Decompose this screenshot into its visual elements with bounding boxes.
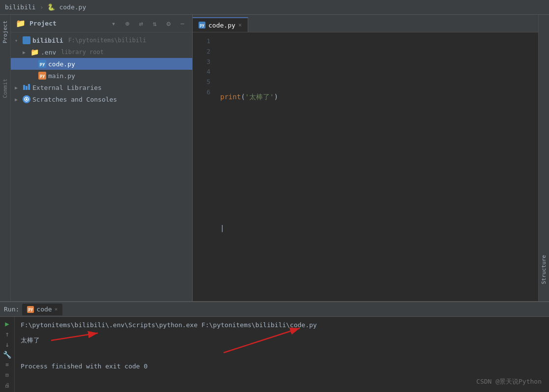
terminal-blank-line <box>21 350 543 361</box>
bottom-content: ▶ ↑ ↓ 🔧 ≡ ⊟ 🖨 F:\pytonitems\bilibili\.en… <box>0 317 549 392</box>
project-folder-icon: 📁 <box>16 19 26 28</box>
tree-arrow-env: ▶ <box>23 50 29 55</box>
project-panel: 📁 Project ▾ ⊕ ⇄ ⇅ ⚙ − ▾ bilibili F:\pyto… <box>11 15 193 301</box>
title-separator: › <box>40 3 44 11</box>
title-breadcrumb-1: bilibili <box>5 3 36 11</box>
list-icon[interactable]: ≡ <box>1 360 13 369</box>
tree-path-bilibili: F:\pytonitems\bilibili <box>68 37 146 44</box>
project-vtab[interactable]: Project <box>1 19 9 45</box>
scroll-down-button[interactable]: ↓ <box>1 339 13 349</box>
line-numbers: 1 2 3 4 5 6 <box>193 32 212 301</box>
bottom-tab-icon: py <box>27 306 34 313</box>
bottom-panel: Run: py code × ▶ ↑ ↓ 🔧 ≡ ⊟ 🖨 F:\pytonite… <box>0 301 549 392</box>
wrench-button[interactable]: 🔧 <box>1 350 13 359</box>
project-dropdown-arrow[interactable]: ▾ <box>109 19 118 28</box>
layout-icon[interactable]: ⇄ <box>136 19 146 28</box>
scroll-up-button[interactable]: ↑ <box>1 329 13 338</box>
bottom-sidebar-buttons: ▶ ↑ ↓ 🔧 ≡ ⊟ 🖨 <box>0 317 15 392</box>
terminal-chinese-text: 太棒了 <box>21 335 40 346</box>
main-py-icon: py <box>38 72 46 80</box>
bottom-tab-close[interactable]: × <box>55 306 58 312</box>
code-line-6 <box>220 223 538 233</box>
tab-py-icon: py <box>199 22 205 28</box>
svg-rect-1 <box>26 86 28 90</box>
editor-content[interactable]: 1 2 3 4 5 6 print('太棒了') <box>193 32 538 301</box>
project-tree: ▾ bilibili F:\pytonitems\bilibili ▶ 📁 .e… <box>11 32 192 301</box>
add-icon[interactable]: ⊕ <box>122 19 132 28</box>
code-line-5 <box>220 190 538 200</box>
terminal-output-line: 太棒了 <box>21 331 543 350</box>
code-editor[interactable]: print('太棒了') <box>212 32 538 301</box>
tab-close-code-py[interactable]: × <box>238 22 242 28</box>
red-arrow-annotation <box>49 331 108 350</box>
editor-tab-code-py[interactable]: py code.py × <box>193 17 248 32</box>
project-title: Project <box>29 20 105 27</box>
terminal-output[interactable]: F:\pytonitems\bilibili\.env\Scripts\pyth… <box>15 317 549 392</box>
terminal-exit-line: Process finished with exit code 0 <box>21 361 543 372</box>
minimize-icon[interactable]: − <box>177 19 187 28</box>
bilibili-folder-icon <box>23 36 30 44</box>
tree-arrow-external: ▶ <box>15 85 21 90</box>
tree-label-env: .env <box>41 49 56 56</box>
code-line-4 <box>220 157 538 168</box>
project-header: 📁 Project ▾ ⊕ ⇄ ⇅ ⚙ − <box>11 15 192 32</box>
code-keyword-print: print <box>220 91 241 102</box>
align-icon[interactable]: ⊟ <box>1 370 13 380</box>
watermark: CSDN @景天说Python <box>476 377 542 386</box>
tree-item-code-py[interactable]: py code.py <box>11 58 192 70</box>
tree-label-code-py: code.py <box>48 60 75 68</box>
editor-area: py code.py × 1 2 3 4 5 6 print('太棒了') <box>193 15 538 301</box>
code-line-3 <box>220 124 538 135</box>
tree-label-bilibili: bilibili <box>32 37 63 44</box>
scratches-icon <box>23 95 30 103</box>
bottom-tab-code[interactable]: py code × <box>22 304 62 315</box>
title-python-icon: 🐍 <box>47 3 55 11</box>
gear-icon[interactable]: ⚙ <box>164 19 173 28</box>
terminal-cmd-line: F:\pytonitems\bilibili\.env\Scripts\pyth… <box>21 320 543 331</box>
title-breadcrumb-2: code.py <box>59 3 86 11</box>
svg-point-4 <box>26 98 28 100</box>
tree-item-scratches[interactable]: ▶ Scratches and Consoles <box>11 93 192 105</box>
tree-item-env[interactable]: ▶ 📁 .env library root <box>11 46 192 58</box>
code-py-icon: py <box>38 60 46 68</box>
env-folder-icon: 📁 <box>30 48 39 56</box>
code-line-1 <box>220 58 538 69</box>
tree-label-scratches: Scratches and Consoles <box>32 96 117 103</box>
code-line-2: print('太棒了') <box>220 91 538 102</box>
tree-arrow-bilibili: ▾ <box>15 38 21 43</box>
tree-item-main-py[interactable]: py main.py <box>11 70 192 82</box>
tab-label-code-py: code.py <box>208 22 235 29</box>
tree-item-bilibili-root[interactable]: ▾ bilibili F:\pytonitems\bilibili <box>11 34 192 46</box>
bottom-tabs-bar: Run: py code × <box>0 302 549 317</box>
tree-label-main-py: main.py <box>48 72 75 80</box>
svg-line-6 <box>51 333 98 340</box>
title-bar: bilibili › 🐍 code.py <box>0 0 549 15</box>
right-sidebar: Structure <box>538 15 549 301</box>
commit-vtab[interactable]: Commit <box>1 77 9 100</box>
play-button[interactable]: ▶ <box>1 319 13 328</box>
vertical-icon[interactable]: ⇅ <box>150 19 160 28</box>
tree-item-external-libs[interactable]: ▶ External Libraries <box>11 82 192 93</box>
structure-vtab[interactable]: Structure <box>540 253 548 286</box>
code-string: '太棒了' <box>245 91 274 102</box>
run-label: Run: <box>4 306 19 313</box>
tree-label-external-libs: External Libraries <box>32 84 102 91</box>
print-icon[interactable]: 🖨 <box>1 381 13 390</box>
editor-tabs: py code.py × <box>193 15 538 32</box>
bottom-tab-label: code <box>36 306 52 313</box>
left-vertical-tabs: Project Commit <box>0 15 11 301</box>
svg-rect-0 <box>23 85 25 90</box>
external-libs-icon <box>23 84 30 91</box>
svg-rect-2 <box>28 84 30 90</box>
tree-label-env-suffix: library root <box>61 49 104 56</box>
tree-arrow-scratches: ▶ <box>15 97 21 102</box>
